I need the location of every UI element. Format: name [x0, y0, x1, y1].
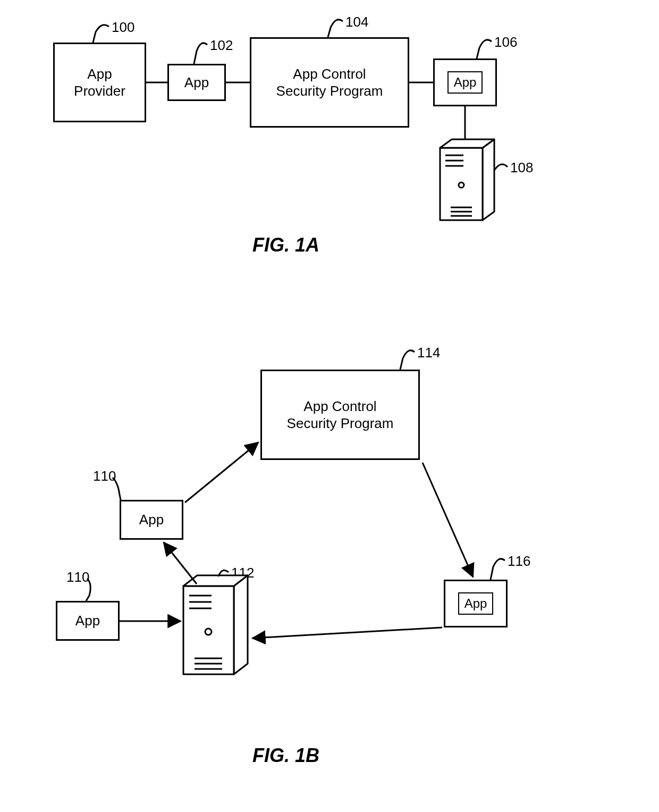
ref-106: 106 — [494, 34, 517, 51]
box-app-provider: App Provider — [53, 43, 146, 122]
svg-rect-4 — [440, 148, 483, 220]
box-app-110b: App — [56, 601, 120, 641]
ref-114: 114 — [417, 345, 440, 361]
diagram-canvas: App Provider 100 App 102 App Control Sec… — [0, 0, 659, 812]
box-wrapped-106: App — [433, 58, 497, 106]
ref-102: 102 — [210, 37, 233, 54]
ref-100: 100 — [112, 19, 134, 36]
server-icon-112 — [183, 575, 248, 674]
ref-104: 104 — [345, 14, 368, 30]
ref-110b: 110 — [66, 569, 89, 585]
ref-116: 116 — [508, 553, 530, 570]
box-security-114: App Control Security Program — [260, 370, 420, 460]
ref-110a: 110 — [93, 468, 116, 484]
svg-line-24 — [252, 627, 442, 638]
ref-112: 112 — [231, 565, 254, 581]
svg-line-23 — [423, 463, 473, 577]
inner-app-106: App — [447, 71, 483, 94]
svg-line-21 — [164, 542, 197, 584]
fig-1b-label: FIG. 1B — [252, 744, 319, 767]
svg-line-22 — [185, 442, 258, 503]
box-app-110a: App — [120, 500, 183, 540]
box-app-102: App — [167, 64, 226, 101]
fig-1a-label: FIG. 1A — [252, 234, 319, 256]
box-wrapped-116: App — [444, 580, 508, 627]
svg-point-16 — [205, 629, 212, 635]
inner-app-116: App — [458, 592, 494, 615]
svg-point-8 — [459, 182, 464, 188]
server-icon-108 — [440, 139, 494, 220]
box-security-104: App Control Security Program — [250, 37, 409, 128]
svg-rect-12 — [183, 586, 234, 674]
ref-108: 108 — [510, 160, 533, 176]
